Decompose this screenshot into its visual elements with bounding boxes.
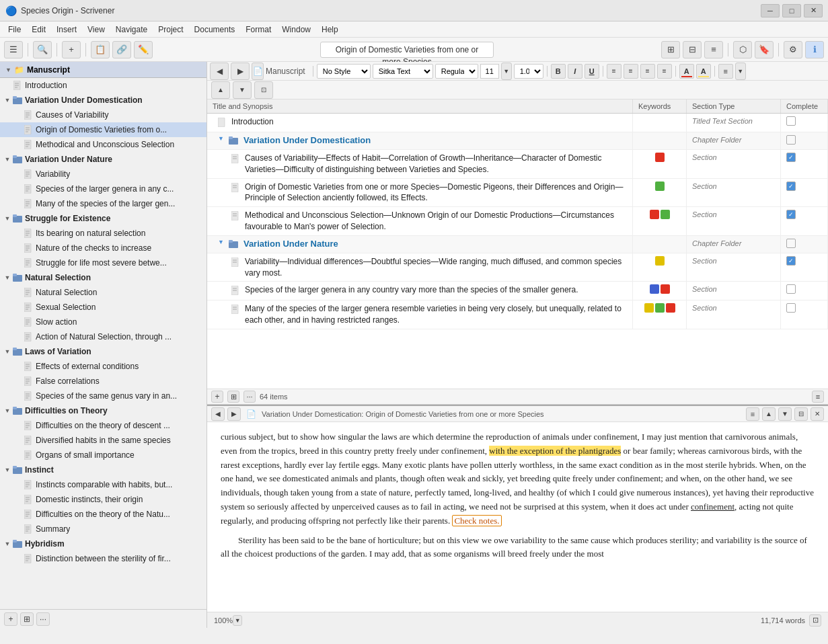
complete-checkbox-causes-var-row[interactable]: ✓ [786,153,796,162]
expand-button[interactable]: ⬡ [733,41,752,58]
sidebar-item-laws-variation[interactable]: ▼Laws of Variation [0,344,206,359]
outline-row-var-nature-folder[interactable]: ▼Variation Under NatureChapter Folder [207,235,828,253]
complete-checkbox-method-unconscious-row[interactable]: ✓ [786,210,796,219]
sidebar-more-button[interactable]: ··· [36,612,50,626]
font-size-input[interactable] [480,64,499,79]
sidebar-item-hybridism[interactable]: ▼Hybridism [0,536,206,551]
sidebar-item-domestic-instincts[interactable]: Domestic instincts, their origin [0,492,206,507]
outline-complete-origin-dom-row[interactable]: ✓ [781,178,828,207]
sidebar-scroll[interactable]: Introduction▼Variation Under Domesticati… [0,78,206,609]
sidebar-item-difficulties-descent[interactable]: Difficulties on the theory of descent ..… [0,418,206,433]
outline-row-var-dom-folder[interactable]: ▼Variation Under DomesticationChapter Fo… [207,132,828,150]
sidebar-item-difficulties-theory[interactable]: ▼Difficulties on Theory [0,403,206,418]
complete-checkbox-var-nature-folder[interactable] [786,239,796,248]
view-grid-small-button[interactable]: ⊞ [661,41,680,58]
outline-row-variability-row[interactable]: Variability—Individual differences—Doubt… [207,253,828,282]
complete-checkbox-var-dom-folder[interactable] [786,135,796,145]
sidebar-item-many-species[interactable]: Many of the species of the larger gen... [0,196,206,211]
outline-nav-up[interactable]: ▲ [211,81,230,99]
sidebar-item-species-larger-genera[interactable]: Species of the larger genera in any c... [0,182,206,196]
link-button[interactable]: 🔗 [112,41,131,58]
font-size-chevron[interactable]: ▼ [501,63,512,80]
outline-add-group-button[interactable]: ⊞ [227,391,239,403]
close-button[interactable]: ✕ [804,4,823,17]
outline-complete-var-dom-folder[interactable] [781,132,828,150]
sidebar-item-origin-domestic[interactable]: Origin of Domestic Varieties from o... [0,122,206,137]
bold-button[interactable]: B [551,64,566,79]
sidebar-item-variation-domestication[interactable]: ▼Variation Under Domestication [0,93,206,108]
bookmark-button[interactable]: 🔖 [755,41,774,58]
editor-nav-forward[interactable]: ▶ [227,407,241,421]
inspector-button[interactable]: ℹ [805,41,824,58]
add-document-button[interactable]: + [62,41,81,58]
editor-close-button[interactable]: ✕ [811,407,824,421]
sidebar-toggle-button[interactable]: ☰ [4,41,23,58]
sidebar-item-variation-nature[interactable]: ▼Variation Under Nature [0,152,206,167]
align-right-button[interactable]: ≡ [640,64,655,79]
outline-complete-var-nature-folder[interactable] [781,235,828,253]
sidebar-item-causes-variability[interactable]: Causes of Variability [0,108,206,122]
sidebar-item-instincts-habits[interactable]: Instincts comparable with habits, but... [0,477,206,492]
menu-edit[interactable]: Edit [26,24,51,36]
search-button[interactable]: 🔍 [33,41,52,58]
outline-toggle-var-dom-folder[interactable]: ▼ [218,135,224,142]
highlight-color-button[interactable]: A [696,64,711,79]
sidebar-item-difficulties-natural-theory[interactable]: Difficulties on the theory of the Natu..… [0,507,206,522]
nav-forward-button[interactable]: ▶ [231,63,250,80]
sidebar-item-diversified-habits[interactable]: Diversified habits in the same species [0,433,206,448]
complete-checkbox-species-larger-row[interactable] [786,284,796,294]
outline-toggle-var-nature-folder[interactable]: ▼ [218,239,224,245]
outline-split-right[interactable]: ⊡ [254,81,273,99]
view-grid-large-button[interactable]: ⊟ [683,41,702,58]
outline-row-origin-dom-row[interactable]: Origin of Domestic Varieties from one or… [207,178,828,207]
align-center-button[interactable]: ≡ [624,64,638,79]
sidebar-item-variability[interactable]: Variability [0,167,206,182]
sidebar-item-struggle-severe[interactable]: Struggle for life most severe betwe... [0,255,206,270]
sidebar-item-natural-selection-doc[interactable]: Natural Selection [0,285,206,300]
sidebar-item-species-same-genus[interactable]: Species of the same genus vary in an... [0,389,206,403]
view-list-button[interactable]: ≡ [704,41,723,58]
complete-checkbox-origin-dom-row[interactable]: ✓ [786,182,796,191]
menu-insert[interactable]: Insert [51,24,82,36]
menu-project[interactable]: Project [153,24,188,36]
outline-complete-species-larger-row[interactable] [781,282,828,300]
sidebar-item-introduction[interactable]: Introduction [0,78,206,93]
sidebar-add-group-button[interactable]: ⊞ [20,612,34,626]
sidebar-item-action-natural[interactable]: Action of Natural Selection, through ... [0,329,206,344]
outline-row-method-unconscious-row[interactable]: Methodical and Unconscious Selection—Unk… [207,207,828,236]
style-select[interactable]: No Style [317,64,371,79]
editor-split-button[interactable]: ⊟ [794,407,808,421]
text-color-button[interactable]: A [679,64,694,79]
sidebar-item-natural-selection[interactable]: ▼Natural Selection [0,270,206,285]
sidebar-item-nature-checks[interactable]: Nature of the checks to increase [0,241,206,255]
nav-back-button[interactable]: ◀ [210,63,229,80]
minimize-button[interactable]: ─ [761,4,780,17]
outline-complete-causes-var-row[interactable]: ✓ [781,150,828,179]
editor-down-button[interactable]: ▼ [778,407,792,421]
snapshot-button[interactable]: 📋 [91,41,110,58]
sidebar-item-methodical-unconscious[interactable]: Methodical and Unconscious Selection [0,137,206,152]
sidebar-item-slow-action[interactable]: Slow action [0,315,206,329]
underline-button[interactable]: U [585,64,599,79]
editor-up-button[interactable]: ▲ [762,407,776,421]
sidebar-item-struggle-existence[interactable]: ▼Struggle for Existence [0,211,206,226]
outline-row-many-species-row[interactable]: Many of the species of the larger genera… [207,300,828,329]
line-spacing-select[interactable]: 1.0x [514,64,543,79]
list-button[interactable]: ≡ [718,64,733,79]
outline-row-causes-var-row[interactable]: Causes of Variability—Effects of Habit—C… [207,150,828,179]
align-left-button[interactable]: ≡ [607,64,622,79]
menu-navigate[interactable]: Navigate [110,24,153,36]
italic-button[interactable]: I [568,64,582,79]
align-justify-button[interactable]: ≡ [657,64,672,79]
weight-select[interactable]: Regular [435,64,478,79]
font-select[interactable]: Sitka Text [373,64,433,79]
menu-window[interactable]: Window [276,24,316,36]
complete-checkbox-introduction-row[interactable] [786,116,796,126]
editor-content[interactable]: curious subject, but to show how singula… [207,422,828,612]
sidebar-item-false-correlations[interactable]: False correlations [0,374,206,389]
outline-complete-method-unconscious-row[interactable]: ✓ [781,207,828,236]
menu-help[interactable]: Help [316,24,344,36]
maximize-button[interactable]: □ [782,4,801,17]
outline-row-species-larger-row[interactable]: Species of the larger genera in any coun… [207,282,828,300]
compose-button[interactable]: ✏️ [134,41,153,58]
